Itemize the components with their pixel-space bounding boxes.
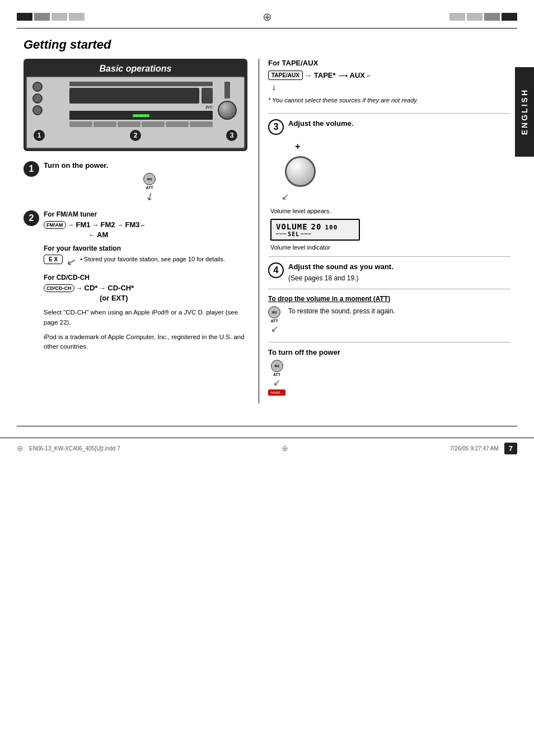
power-off-title: To turn off the power <box>268 348 510 356</box>
seq-fm2: FM2 <box>101 220 115 229</box>
cdch-seq-row: CD/CD-CH → CD* → CD-CH* <box>44 284 247 292</box>
stereo-btn-row <box>69 121 213 127</box>
power-off-section: To turn off the power Ф/| ATT ↙ Hold... <box>268 348 510 396</box>
am-arrow: ← <box>88 231 95 239</box>
stereo-numbers: 1 2 3 <box>32 130 238 141</box>
stereo-left-panel <box>32 82 66 127</box>
mark-bar-3 <box>51 13 67 21</box>
fav-title: For your favorite station <box>44 245 247 252</box>
mark-bars-left <box>17 13 85 21</box>
step1-title: Turn on the power. <box>44 161 247 170</box>
seq-fm1: FM1 <box>76 220 91 229</box>
page-footer: ⊕ EN06-13_KW-XC406_405[U]t.indd 7 ⊕ 7/26… <box>0 438 534 459</box>
page-number: 7 <box>504 443 517 454</box>
jvc-label: JVC <box>69 105 213 109</box>
stereo-num-3: 3 <box>226 130 237 141</box>
step2-content: For FM/AM tuner FM/AM → FM1 → FM2 → FM3 … <box>44 210 247 356</box>
file-info: EN06-13_KW-XC406_405[U]t.indd 7 <box>29 445 120 452</box>
crosshair-bottom-left: ⊕ <box>17 444 24 453</box>
divider-2 <box>268 256 510 257</box>
vol-display: VOLUME 20 100 ━━━ SEL ━━━ <box>270 219 360 241</box>
step3-content: Adjust the volume. <box>288 119 353 131</box>
stereo-main-knob <box>218 101 237 120</box>
stereo-display: ■■■■■■ <box>69 111 213 120</box>
fmam-seq-row: FM/AM → FM1 → FM2 → FM3 ⌐ <box>44 220 247 229</box>
vol-sel: SEL <box>288 231 299 237</box>
power-button-illustration: Ф/| ATT ↙ <box>51 173 247 203</box>
knob-curve-arrow: ↙ <box>282 191 510 202</box>
vol-dashes-right: ━━━ <box>301 231 311 237</box>
tape-aux-row: TAPE/AUX → TAPE* ⟶ AUX ⌐ <box>268 71 510 80</box>
stereo-knob-small-1 <box>32 82 43 92</box>
main-content: Getting started ENGLISH Basic operations <box>0 37 534 403</box>
stereo-mid-row <box>69 88 213 104</box>
btn-5 <box>166 121 189 127</box>
step1-section: 1 Turn on the power. Ф/| ATT ↙ <box>24 161 247 205</box>
cdch-subsection: For CD/CD-CH CD/CD-CH → CD* → CD-CH* (or… <box>44 274 247 302</box>
att-power-icon: Ф/| <box>268 306 280 318</box>
vol-sub-row: ━━━ SEL ━━━ <box>276 231 354 237</box>
mark-bar-r2 <box>467 13 483 21</box>
mark-bar-r1 <box>449 13 465 21</box>
cdch-arrow-2: → <box>99 284 106 292</box>
crosshair-top <box>260 10 274 24</box>
fmam-subsection: For FM/AM tuner FM/AM → FM1 → FM2 → FM3 … <box>44 210 247 239</box>
page-marks-top <box>0 0 534 28</box>
vol-appears-label: Volume level appears. <box>270 208 510 214</box>
stereo-num-2: 2 <box>130 130 141 141</box>
fav-row: E X ↙ • Stored your favorite station, se… <box>44 255 247 268</box>
att-curve-arrow: ↙ <box>271 323 278 334</box>
basic-ops-title: Basic operations <box>26 61 245 76</box>
left-column: Basic operations <box>24 59 247 362</box>
vol-indicator-label: Volume level indicator <box>270 244 510 251</box>
two-col-layout: Basic operations <box>24 59 510 403</box>
step4-content: Adjust the sound as you want. (See pages… <box>288 262 394 282</box>
vol-display-inner: VOLUME 20 100 <box>276 222 354 231</box>
att-content: Ф/| ATT ↙ To restore the sound, press it… <box>268 306 510 334</box>
step3-title: Adjust the volume. <box>288 119 353 128</box>
mark-bar-2 <box>34 13 50 21</box>
step4-section: 4 Adjust the sound as you want. (See pag… <box>268 262 510 282</box>
fav-arrow: ↙ <box>65 253 78 269</box>
stereo-num-1: 1 <box>34 130 45 141</box>
step2-circle: 2 <box>24 210 39 226</box>
cdch-btn: CD/CD-CH <box>44 284 74 292</box>
tape-corner: ⌐ <box>367 72 371 79</box>
footer-right: 7/26/05 9:27:47 AM 7 <box>450 443 517 454</box>
stereo-eject <box>224 82 230 98</box>
step1-content: Turn on the power. Ф/| ATT ↙ <box>44 161 247 205</box>
power-icon: Ф/| <box>143 173 156 185</box>
mark-bars-right <box>449 13 517 21</box>
btn-1 <box>69 121 92 127</box>
fav-note-bullet: • <box>80 256 82 262</box>
divider-4 <box>268 342 510 342</box>
seq-arrow-2: → <box>92 221 99 229</box>
footer-left: ⊕ EN06-13_KW-XC406_405[U]t.indd 7 <box>17 444 120 453</box>
cdch-ext: (or EXT) <box>100 294 128 302</box>
btn-3 <box>118 121 140 127</box>
cdch-note1: Select "CD-CH" when using an Apple iPod®… <box>44 308 247 328</box>
mark-bar-4 <box>69 13 85 21</box>
am-seq-row: ← AM <box>44 231 247 239</box>
att-section-title: To drop the volume in a moment (ATT) <box>268 295 510 303</box>
vol-number: 20 <box>311 222 322 231</box>
english-sidebar: ENGLISH <box>515 67 534 157</box>
cdch-cdch: CD-CH* <box>107 284 134 292</box>
step4-circle: 4 <box>268 262 284 278</box>
tape-aux-section: For TAPE/AUX TAPE/AUX → TAPE* ⟶ AUX ⌐ ↓ … <box>268 59 510 105</box>
att-power-btn: Ф/| ATT ↙ <box>268 306 280 334</box>
hold-badge: Hold... <box>268 389 285 396</box>
tape-aux-btn: TAPE/AUX <box>268 71 303 80</box>
tape-note: * You cannot select these sources if the… <box>268 96 510 105</box>
vol-text: VOLUME <box>276 222 308 231</box>
step3-circle: 3 <box>268 119 284 135</box>
basic-ops-box: Basic operations <box>24 59 247 151</box>
knob-container: + ↙ <box>279 142 510 202</box>
step1-circle: 1 <box>24 161 39 177</box>
stereo-right-panel <box>216 82 238 127</box>
power-off-btn: Ф/| ATT ↙ Hold... <box>268 360 285 396</box>
stereo-center: JVC ■■■■■■ <box>69 82 213 127</box>
seq-fm3: FM3 <box>125 220 140 229</box>
curved-arrow-1: ↙ <box>143 189 156 204</box>
top-line <box>17 28 517 29</box>
